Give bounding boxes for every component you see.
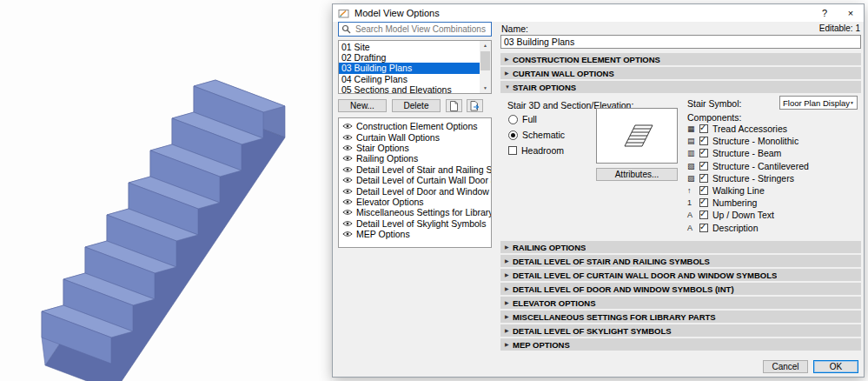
component-label: Numbering: [712, 197, 757, 208]
combination-list: 01 Site 02 Drafting 03 Building Plans 04…: [338, 40, 492, 94]
eye-icon: [342, 231, 353, 237]
component-row[interactable]: ▥Structure - Beam: [687, 147, 859, 159]
section-stair-options[interactable]: STAIR OPTIONS: [500, 81, 861, 93]
component-row[interactable]: ▦Tread Accessories: [687, 123, 859, 135]
scroll-up-icon[interactable]: ▲: [480, 41, 491, 50]
radio-full-circle-icon[interactable]: [508, 115, 518, 124]
component-row[interactable]: ADescription: [687, 222, 859, 234]
walking-line-icon: ↑: [687, 186, 699, 195]
combo-item[interactable]: 02 Drafting: [339, 52, 480, 63]
option-row[interactable]: Detail Level of Skylight Symbols: [339, 218, 491, 229]
component-checkbox[interactable]: [699, 162, 708, 170]
attributes-button[interactable]: Attributes...: [596, 168, 678, 181]
component-label: Tread Accessories: [712, 124, 787, 134]
option-row[interactable]: Detail Level of Stair and Railing Symbol…: [339, 164, 491, 175]
export-combination-button[interactable]: [467, 99, 483, 112]
delete-button[interactable]: Delete: [392, 99, 441, 112]
radio-schematic[interactable]: Schematic: [508, 130, 565, 140]
option-row[interactable]: Elevator Options: [339, 197, 491, 207]
cancel-button[interactable]: Cancel: [763, 360, 808, 373]
combo-item[interactable]: 05 Sections and Elevations: [339, 84, 480, 94]
scroll-down-icon[interactable]: ▼: [480, 84, 491, 93]
option-row[interactable]: Curtain Wall Options: [339, 131, 491, 142]
component-checkbox[interactable]: [699, 224, 708, 232]
settings-pane: Name: Editable: 1 CONSTRUCTION ELEMENT O…: [500, 23, 861, 352]
section-construction-element-options[interactable]: CONSTRUCTION ELEMENT OPTIONS: [500, 53, 861, 65]
section-detail-level-door-window[interactable]: DETAIL LEVEL OF DOOR AND WINDOW SYMBOLS …: [500, 283, 861, 295]
component-checkbox[interactable]: [699, 137, 708, 145]
search-box[interactable]: [338, 22, 492, 37]
new-button[interactable]: New...: [338, 99, 387, 112]
radio-schematic-circle-icon[interactable]: [508, 130, 518, 140]
section-label: DETAIL LEVEL OF SKYLIGHT SYMBOLS: [513, 326, 672, 336]
option-row[interactable]: Detail Level of Curtain Wall Door and Wi…: [339, 175, 491, 185]
component-label: Up / Down Text: [712, 210, 774, 220]
close-button[interactable]: ×: [838, 4, 864, 22]
section-detail-level-stair-railing[interactable]: DETAIL LEVEL OF STAIR AND RAILING SYMBOL…: [500, 255, 861, 267]
eye-icon: [342, 123, 353, 130]
component-label: Walking Line: [712, 185, 765, 196]
component-row[interactable]: AUp / Down Text: [687, 209, 859, 221]
section-label: CONSTRUCTION ELEMENT OPTIONS: [513, 55, 660, 64]
components-label: Components:: [687, 112, 741, 123]
name-input[interactable]: [500, 35, 861, 49]
component-row[interactable]: ▨Structure - Stringers: [687, 172, 859, 184]
section-label: DETAIL LEVEL OF DOOR AND WINDOW SYMBOLS …: [513, 284, 734, 294]
eye-icon: [342, 220, 353, 227]
combo-item[interactable]: 01 Site: [339, 42, 480, 52]
option-row[interactable]: Stair Options: [339, 143, 491, 153]
headroom-checkbox[interactable]: [508, 146, 517, 155]
component-checkbox[interactable]: [699, 174, 708, 183]
section-label: MISCELLANEOUS SETTINGS FOR LIBRARY PARTS: [513, 312, 716, 322]
components-list: ▦Tread Accessories ▤Structure - Monolith…: [687, 123, 859, 234]
dialog-footer: Cancel OK: [758, 360, 858, 373]
search-input[interactable]: [354, 23, 488, 35]
option-row[interactable]: Miscellaneous Settings for Library Parts: [339, 207, 491, 217]
stair-symbol-dropdown[interactable]: Floor Plan Display: [779, 96, 858, 110]
component-checkbox[interactable]: [699, 124, 708, 133]
component-checkbox[interactable]: [699, 186, 708, 195]
sections-accordion: CONSTRUCTION ELEMENT OPTIONS CURTAIN WAL…: [500, 53, 861, 351]
option-label: Detail Level of Skylight Symbols: [356, 218, 486, 229]
help-button[interactable]: ?: [812, 4, 838, 22]
radio-full[interactable]: Full: [508, 114, 537, 124]
section-elevator-options[interactable]: ELEVATOR OPTIONS: [500, 297, 861, 309]
section-curtain-wall-options[interactable]: CURTAIN WALL OPTIONS: [500, 67, 861, 79]
combo-item[interactable]: 04 Ceiling Plans: [339, 74, 480, 84]
component-row[interactable]: ↑Walking Line: [687, 184, 859, 197]
component-checkbox[interactable]: [699, 211, 708, 219]
export-page-icon: [470, 101, 480, 111]
eye-icon: [342, 166, 353, 173]
import-combination-button[interactable]: [446, 99, 462, 112]
chevron-right-icon: [505, 269, 513, 281]
option-label: MEP Options: [356, 229, 410, 239]
3d-view-canvas[interactable]: [0, 0, 332, 381]
option-row[interactable]: MEP Options: [339, 229, 491, 239]
model-view-options-dialog: Model View Options ? × 01 Site 02 Drafti…: [332, 3, 865, 378]
component-row[interactable]: ▤Structure - Monolithic: [687, 135, 859, 147]
scroll-track[interactable]: [480, 50, 491, 84]
option-row[interactable]: Construction Element Options: [339, 121, 491, 131]
up-down-text-icon: A: [687, 211, 699, 219]
component-label: Structure - Monolithic: [712, 136, 798, 146]
option-row[interactable]: Railing Options: [339, 153, 491, 164]
radio-full-label: Full: [522, 114, 537, 124]
ok-button[interactable]: OK: [813, 360, 858, 373]
section-mep-options[interactable]: MEP OPTIONS: [500, 338, 861, 351]
scroll-thumb[interactable]: [480, 51, 490, 70]
component-checkbox[interactable]: [699, 149, 708, 157]
section-railing-options[interactable]: RAILING OPTIONS: [500, 241, 861, 253]
numbering-icon: 1: [687, 198, 699, 207]
combination-list-scrollbar[interactable]: ▲ ▼: [480, 41, 491, 93]
component-row[interactable]: 1Numbering: [687, 197, 859, 209]
headroom-checkbox-row[interactable]: Headroom: [508, 145, 564, 156]
headroom-label: Headroom: [521, 145, 564, 156]
section-detail-level-curtain-wall[interactable]: DETAIL LEVEL OF CURTAIN WALL DOOR AND WI…: [500, 269, 861, 281]
combo-item-selected[interactable]: 03 Building Plans: [339, 63, 480, 73]
component-row[interactable]: ▧Structure - Cantilevered: [687, 160, 859, 172]
section-detail-level-skylight[interactable]: DETAIL LEVEL OF SKYLIGHT SYMBOLS: [500, 324, 861, 337]
component-checkbox[interactable]: [699, 198, 708, 207]
section-misc-library-parts[interactable]: MISCELLANEOUS SETTINGS FOR LIBRARY PARTS: [500, 311, 861, 323]
option-row[interactable]: Detail Level of Door and Window Symbols …: [339, 185, 491, 196]
dialog-titlebar[interactable]: Model View Options ? ×: [333, 4, 864, 22]
